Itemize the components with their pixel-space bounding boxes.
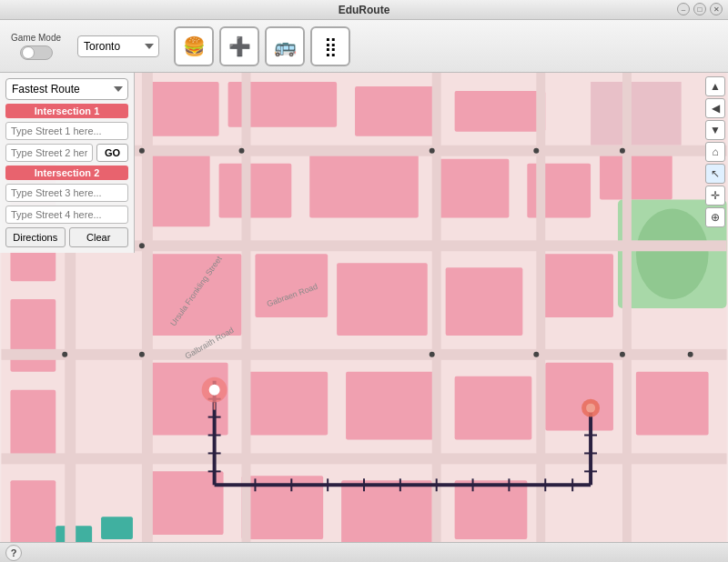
svg-rect-3 [355, 86, 437, 136]
svg-rect-9 [147, 155, 210, 227]
right-toolbar: ▲ ◀ ▼ ⌂ ↖ ✛ ⊕ [703, 73, 728, 231]
move-button[interactable]: ✛ [705, 186, 725, 206]
svg-point-76 [139, 148, 145, 154]
minimize-button[interactable]: – [677, 3, 690, 15]
svg-point-81 [139, 243, 145, 248]
title-bar: EduRoute – □ ✕ [0, 0, 728, 20]
svg-point-75 [586, 404, 595, 413]
food-icon-button[interactable]: 🍔 [174, 26, 214, 66]
svg-rect-39 [1, 453, 726, 464]
route-type-select[interactable]: Fastest Route Shortest Route Scenic Rout… [5, 78, 128, 100]
svg-rect-6 [600, 155, 672, 200]
svg-rect-46 [622, 73, 632, 562]
main-area: Ursula Fronkling Street Galbraith Road G… [0, 73, 728, 562]
svg-rect-38 [1, 349, 726, 360]
toolbar: Game Mode Toronto Vancouver Montreal 🍔 ➕… [0, 20, 728, 73]
pan-up-button[interactable]: ▲ [705, 76, 725, 96]
game-mode-label: Game Mode [11, 33, 61, 43]
intersection2-label: Intersection 2 [5, 166, 128, 180]
svg-rect-16 [337, 263, 428, 336]
svg-point-8 [636, 208, 709, 299]
route-select-container: Fastest Route Shortest Route Scenic Rout… [5, 78, 128, 100]
svg-point-77 [239, 148, 245, 154]
clear-button[interactable]: Clear [69, 227, 129, 247]
svg-point-72 [209, 385, 220, 396]
svg-rect-43 [242, 73, 251, 562]
go-button[interactable]: GO [96, 144, 128, 162]
maximize-button[interactable]: □ [693, 3, 706, 15]
cursor-button[interactable]: ↖ [705, 164, 725, 184]
svg-rect-4 [455, 91, 546, 132]
svg-rect-11 [309, 155, 419, 218]
svg-rect-32 [341, 480, 432, 544]
svg-rect-35 [101, 517, 133, 539]
svg-point-79 [533, 148, 539, 154]
street3-input[interactable] [5, 184, 128, 202]
svg-point-82 [430, 352, 435, 357]
intersection1-label: Intersection 1 [5, 104, 128, 118]
toolbar-icons: 🍔 ➕ 🚌 ⣿ [174, 26, 350, 66]
close-button[interactable]: ✕ [710, 3, 723, 15]
transit-icon-button[interactable]: 🚌 [265, 26, 305, 66]
svg-point-78 [430, 148, 435, 154]
street4-input[interactable] [5, 206, 128, 224]
svg-rect-29 [636, 372, 709, 436]
street2-go-row: GO [5, 144, 128, 162]
svg-point-87 [688, 352, 693, 357]
svg-rect-42 [142, 73, 153, 562]
menu-icon-button[interactable]: ⣿ [310, 26, 350, 66]
svg-rect-10 [219, 164, 292, 218]
svg-rect-1 [147, 82, 219, 136]
svg-rect-26 [346, 372, 437, 440]
svg-point-84 [139, 352, 145, 357]
svg-point-86 [620, 352, 625, 357]
svg-rect-21 [10, 299, 56, 372]
game-mode-section: Game Mode [11, 33, 61, 60]
pan-left-button[interactable]: ◀ [705, 98, 725, 118]
svg-rect-27 [455, 376, 532, 440]
city-select[interactable]: Toronto Vancouver Montreal [77, 35, 159, 57]
directions-button[interactable]: Directions [5, 227, 66, 247]
window-title: EduRoute [339, 4, 390, 16]
svg-point-83 [62, 352, 67, 357]
medical-icon-button[interactable]: ➕ [219, 26, 259, 66]
street1-input[interactable] [5, 122, 128, 140]
svg-rect-25 [246, 372, 328, 436]
svg-rect-23 [10, 480, 56, 544]
svg-rect-5 [591, 82, 682, 146]
pan-down-button[interactable]: ▼ [705, 120, 725, 140]
svg-rect-22 [10, 390, 56, 463]
help-button[interactable]: ? [5, 545, 22, 561]
svg-rect-18 [541, 254, 613, 317]
toggle-knob [22, 46, 35, 59]
svg-rect-12 [437, 159, 510, 218]
bottom-bar: ? [0, 542, 728, 562]
svg-rect-28 [545, 363, 613, 431]
svg-rect-45 [536, 73, 545, 562]
game-mode-toggle[interactable] [20, 45, 53, 60]
zoom-button[interactable]: ⊕ [705, 207, 725, 227]
svg-rect-17 [446, 267, 523, 336]
svg-point-80 [620, 148, 625, 154]
svg-point-85 [533, 352, 539, 357]
window-controls: – □ ✕ [677, 3, 723, 15]
street2-input[interactable] [5, 144, 93, 162]
left-panel: Fastest Route Shortest Route Scenic Rout… [0, 73, 135, 253]
svg-rect-33 [455, 480, 528, 539]
action-row: Directions Clear [5, 227, 128, 247]
home-button[interactable]: ⌂ [705, 142, 725, 162]
